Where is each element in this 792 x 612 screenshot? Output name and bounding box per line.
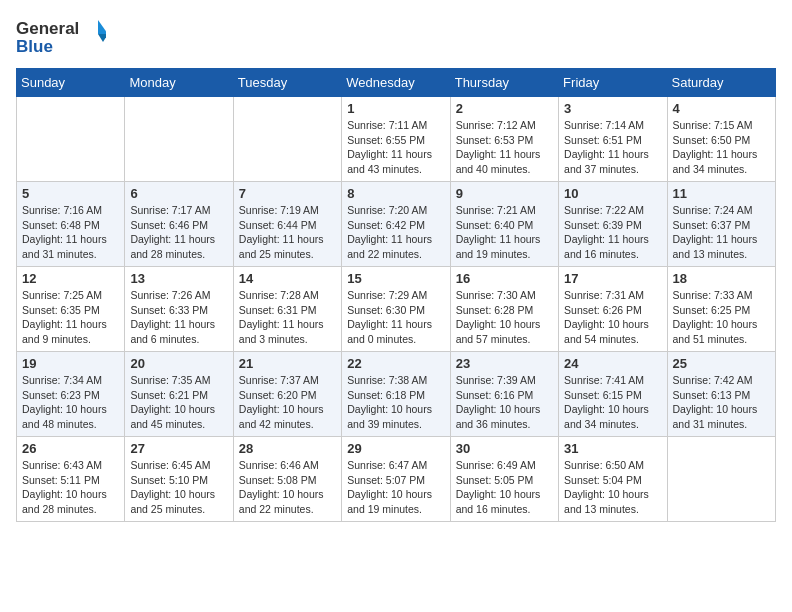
- calendar-cell: 28Sunrise: 6:46 AMSunset: 5:08 PMDayligh…: [233, 437, 341, 522]
- day-number: 11: [673, 186, 770, 201]
- day-number: 12: [22, 271, 119, 286]
- calendar-cell: 5Sunrise: 7:16 AMSunset: 6:48 PMDaylight…: [17, 182, 125, 267]
- day-number: 13: [130, 271, 227, 286]
- day-number: 19: [22, 356, 119, 371]
- calendar-cell: 29Sunrise: 6:47 AMSunset: 5:07 PMDayligh…: [342, 437, 450, 522]
- calendar-cell: 19Sunrise: 7:34 AMSunset: 6:23 PMDayligh…: [17, 352, 125, 437]
- calendar-cell: [233, 97, 341, 182]
- day-number: 5: [22, 186, 119, 201]
- calendar-cell: 30Sunrise: 6:49 AMSunset: 5:05 PMDayligh…: [450, 437, 558, 522]
- calendar-cell: [667, 437, 775, 522]
- calendar-cell: 24Sunrise: 7:41 AMSunset: 6:15 PMDayligh…: [559, 352, 667, 437]
- day-info: Sunrise: 7:33 AMSunset: 6:25 PMDaylight:…: [673, 288, 770, 347]
- svg-marker-3: [98, 34, 106, 42]
- day-number: 10: [564, 186, 661, 201]
- col-header-thursday: Thursday: [450, 69, 558, 97]
- calendar-cell: 1Sunrise: 7:11 AMSunset: 6:55 PMDaylight…: [342, 97, 450, 182]
- day-number: 18: [673, 271, 770, 286]
- calendar-cell: 21Sunrise: 7:37 AMSunset: 6:20 PMDayligh…: [233, 352, 341, 437]
- day-info: Sunrise: 6:43 AMSunset: 5:11 PMDaylight:…: [22, 458, 119, 517]
- calendar-cell: 14Sunrise: 7:28 AMSunset: 6:31 PMDayligh…: [233, 267, 341, 352]
- day-number: 4: [673, 101, 770, 116]
- svg-text:General: General: [16, 19, 79, 38]
- calendar-cell: 17Sunrise: 7:31 AMSunset: 6:26 PMDayligh…: [559, 267, 667, 352]
- day-info: Sunrise: 6:50 AMSunset: 5:04 PMDaylight:…: [564, 458, 661, 517]
- day-info: Sunrise: 7:37 AMSunset: 6:20 PMDaylight:…: [239, 373, 336, 432]
- calendar-cell: 8Sunrise: 7:20 AMSunset: 6:42 PMDaylight…: [342, 182, 450, 267]
- day-info: Sunrise: 7:35 AMSunset: 6:21 PMDaylight:…: [130, 373, 227, 432]
- calendar-table: SundayMondayTuesdayWednesdayThursdayFrid…: [16, 68, 776, 522]
- calendar-cell: 22Sunrise: 7:38 AMSunset: 6:18 PMDayligh…: [342, 352, 450, 437]
- calendar-cell: 2Sunrise: 7:12 AMSunset: 6:53 PMDaylight…: [450, 97, 558, 182]
- col-header-tuesday: Tuesday: [233, 69, 341, 97]
- day-info: Sunrise: 7:38 AMSunset: 6:18 PMDaylight:…: [347, 373, 444, 432]
- calendar-cell: 10Sunrise: 7:22 AMSunset: 6:39 PMDayligh…: [559, 182, 667, 267]
- col-header-saturday: Saturday: [667, 69, 775, 97]
- logo-svg: General Blue: [16, 16, 106, 56]
- day-number: 26: [22, 441, 119, 456]
- calendar-cell: 13Sunrise: 7:26 AMSunset: 6:33 PMDayligh…: [125, 267, 233, 352]
- day-info: Sunrise: 7:30 AMSunset: 6:28 PMDaylight:…: [456, 288, 553, 347]
- day-number: 20: [130, 356, 227, 371]
- day-number: 3: [564, 101, 661, 116]
- svg-text:Blue: Blue: [16, 37, 53, 56]
- day-number: 27: [130, 441, 227, 456]
- day-number: 2: [456, 101, 553, 116]
- calendar-week-row: 12Sunrise: 7:25 AMSunset: 6:35 PMDayligh…: [17, 267, 776, 352]
- day-number: 16: [456, 271, 553, 286]
- day-info: Sunrise: 7:16 AMSunset: 6:48 PMDaylight:…: [22, 203, 119, 262]
- day-number: 24: [564, 356, 661, 371]
- day-info: Sunrise: 7:19 AMSunset: 6:44 PMDaylight:…: [239, 203, 336, 262]
- day-info: Sunrise: 7:22 AMSunset: 6:39 PMDaylight:…: [564, 203, 661, 262]
- calendar-cell: 20Sunrise: 7:35 AMSunset: 6:21 PMDayligh…: [125, 352, 233, 437]
- day-number: 21: [239, 356, 336, 371]
- calendar-week-row: 1Sunrise: 7:11 AMSunset: 6:55 PMDaylight…: [17, 97, 776, 182]
- day-info: Sunrise: 7:24 AMSunset: 6:37 PMDaylight:…: [673, 203, 770, 262]
- calendar-cell: [17, 97, 125, 182]
- day-info: Sunrise: 7:20 AMSunset: 6:42 PMDaylight:…: [347, 203, 444, 262]
- day-info: Sunrise: 7:21 AMSunset: 6:40 PMDaylight:…: [456, 203, 553, 262]
- day-info: Sunrise: 7:17 AMSunset: 6:46 PMDaylight:…: [130, 203, 227, 262]
- day-number: 15: [347, 271, 444, 286]
- day-info: Sunrise: 6:47 AMSunset: 5:07 PMDaylight:…: [347, 458, 444, 517]
- calendar-cell: 23Sunrise: 7:39 AMSunset: 6:16 PMDayligh…: [450, 352, 558, 437]
- calendar-cell: 25Sunrise: 7:42 AMSunset: 6:13 PMDayligh…: [667, 352, 775, 437]
- day-number: 23: [456, 356, 553, 371]
- calendar-week-row: 19Sunrise: 7:34 AMSunset: 6:23 PMDayligh…: [17, 352, 776, 437]
- day-number: 30: [456, 441, 553, 456]
- day-info: Sunrise: 6:46 AMSunset: 5:08 PMDaylight:…: [239, 458, 336, 517]
- calendar-cell: 9Sunrise: 7:21 AMSunset: 6:40 PMDaylight…: [450, 182, 558, 267]
- day-number: 29: [347, 441, 444, 456]
- day-info: Sunrise: 7:41 AMSunset: 6:15 PMDaylight:…: [564, 373, 661, 432]
- day-info: Sunrise: 7:12 AMSunset: 6:53 PMDaylight:…: [456, 118, 553, 177]
- day-info: Sunrise: 7:28 AMSunset: 6:31 PMDaylight:…: [239, 288, 336, 347]
- day-number: 14: [239, 271, 336, 286]
- page-header: General Blue: [16, 16, 776, 56]
- day-number: 17: [564, 271, 661, 286]
- day-number: 9: [456, 186, 553, 201]
- day-info: Sunrise: 7:39 AMSunset: 6:16 PMDaylight:…: [456, 373, 553, 432]
- calendar-week-row: 26Sunrise: 6:43 AMSunset: 5:11 PMDayligh…: [17, 437, 776, 522]
- col-header-wednesday: Wednesday: [342, 69, 450, 97]
- day-info: Sunrise: 7:14 AMSunset: 6:51 PMDaylight:…: [564, 118, 661, 177]
- calendar-cell: 7Sunrise: 7:19 AMSunset: 6:44 PMDaylight…: [233, 182, 341, 267]
- calendar-week-row: 5Sunrise: 7:16 AMSunset: 6:48 PMDaylight…: [17, 182, 776, 267]
- day-number: 31: [564, 441, 661, 456]
- calendar-cell: 16Sunrise: 7:30 AMSunset: 6:28 PMDayligh…: [450, 267, 558, 352]
- calendar-cell: [125, 97, 233, 182]
- day-number: 1: [347, 101, 444, 116]
- day-info: Sunrise: 7:26 AMSunset: 6:33 PMDaylight:…: [130, 288, 227, 347]
- day-number: 8: [347, 186, 444, 201]
- day-info: Sunrise: 7:34 AMSunset: 6:23 PMDaylight:…: [22, 373, 119, 432]
- calendar-cell: 6Sunrise: 7:17 AMSunset: 6:46 PMDaylight…: [125, 182, 233, 267]
- day-number: 28: [239, 441, 336, 456]
- day-info: Sunrise: 7:15 AMSunset: 6:50 PMDaylight:…: [673, 118, 770, 177]
- day-info: Sunrise: 7:25 AMSunset: 6:35 PMDaylight:…: [22, 288, 119, 347]
- calendar-cell: 27Sunrise: 6:45 AMSunset: 5:10 PMDayligh…: [125, 437, 233, 522]
- calendar-cell: 26Sunrise: 6:43 AMSunset: 5:11 PMDayligh…: [17, 437, 125, 522]
- day-info: Sunrise: 7:42 AMSunset: 6:13 PMDaylight:…: [673, 373, 770, 432]
- logo: General Blue: [16, 16, 106, 56]
- day-info: Sunrise: 7:11 AMSunset: 6:55 PMDaylight:…: [347, 118, 444, 177]
- col-header-sunday: Sunday: [17, 69, 125, 97]
- day-number: 7: [239, 186, 336, 201]
